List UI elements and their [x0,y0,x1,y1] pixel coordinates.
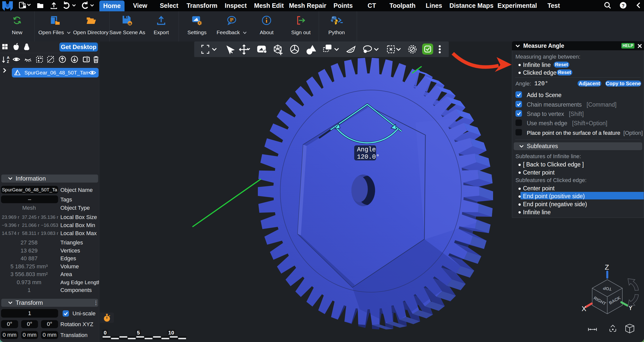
svg-text:?: ? [622,3,625,8]
svg-text:Z: Z [7,59,9,64]
svg-text:Z: Z [605,264,609,271]
svg-text:A: A [7,55,10,60]
svg-text:X: X [582,305,586,313]
